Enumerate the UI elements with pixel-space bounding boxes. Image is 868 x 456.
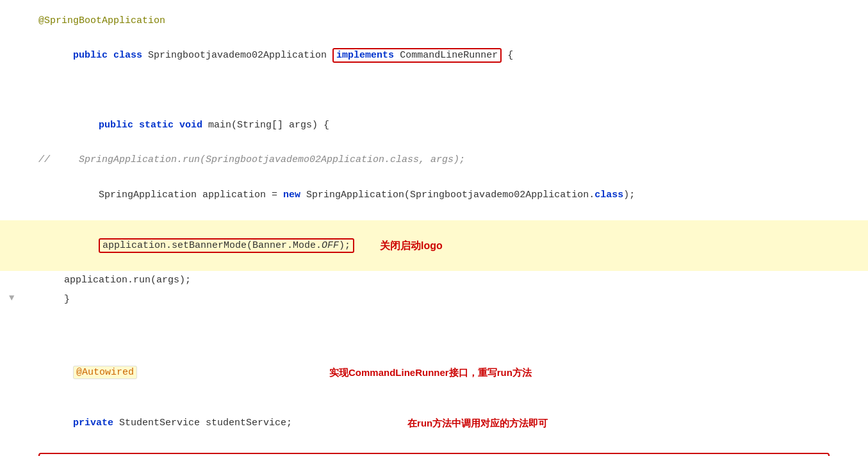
kw-class2: class (594, 190, 623, 200)
bigbox-run: //在这个方法里面调用StudentService对象的方法即可 @Overri… (38, 453, 830, 457)
classname: Springbootjavademo02Application (142, 50, 332, 61)
annotation-springboot: @SpringBootApplication (38, 13, 165, 29)
space1 (174, 120, 179, 131)
service-decl: StudentService studentService; (113, 418, 292, 428)
line-banner-content: application.setBannerMode(Banner.Mode.OF… (64, 220, 354, 271)
call-close: ); (623, 190, 635, 200)
fold-1: ▼ (9, 290, 14, 306)
line-apprun-content: application.run(args); (64, 272, 191, 289)
banner-box: application.setBannerMode(Banner.Mode.OF… (99, 238, 354, 253)
kw-class: class (113, 50, 142, 61)
line-1: @SpringBootApplication (0, 12, 868, 31)
annotation-commandline: 实现CommandLineRunner接口，重写run方法 (329, 364, 532, 381)
kw-public: public (73, 50, 113, 61)
studentservice-content: private StudentService studentService; (38, 398, 292, 449)
code-area: @SpringBootApplication public class Spri… (0, 0, 868, 456)
autowired-content: @Autowired (38, 348, 137, 398)
springapp-text: SpringApplication application = (99, 190, 283, 200)
line-autowired: @Autowired 实现CommandLineRunner接口，重写run方法 (0, 348, 868, 398)
line-2: public class Springbootjavademo02Applica… (0, 31, 868, 81)
line-main-content: public static void main(String[] args) { (64, 101, 329, 151)
off-text: OFF (322, 240, 339, 251)
springapp-call: SpringApplication(Springbootjavademo02Ap… (300, 190, 594, 200)
line-main: public static void main(String[] args) { (0, 101, 868, 151)
line-studentservice: private StudentService studentService; 在… (0, 398, 868, 449)
kw-public2: public (99, 120, 139, 131)
kw-private: private (73, 418, 113, 428)
kw-void: void (179, 120, 202, 131)
line-2-content: public class Springbootjavademo02Applica… (38, 31, 513, 81)
kw-static: static (139, 120, 174, 131)
comment-springapp: // SpringApplication.run(Springbootjavad… (38, 152, 465, 168)
autowired-badge: @Autowired (73, 366, 137, 379)
main-text: main(String[] args) { (202, 120, 329, 131)
line-newapp: SpringApplication application = new Spri… (0, 170, 868, 221)
kw-new: new (283, 190, 300, 200)
brace-open: { (502, 50, 513, 61)
line-blank-1 (0, 81, 868, 101)
line-comment: // SpringApplication.run(Springbootjavad… (0, 151, 868, 170)
line-newapp-content: SpringApplication application = new Spri… (64, 170, 635, 221)
annotation-run: 在run方法中调用对应的方法即可 (407, 415, 548, 432)
kw-implements: implements (336, 50, 394, 61)
annotation-banner: 关闭启动logo (380, 237, 443, 255)
line-close-main: } ▼ (0, 290, 868, 309)
implements-box: implements CommandLineRunner (332, 48, 502, 63)
brace-main: } (64, 291, 70, 308)
line-banner: application.setBannerMode(Banner.Mode.OF… (0, 220, 868, 271)
line-blank-2 (0, 309, 868, 329)
line-blank-3 (0, 329, 868, 348)
line-apprun: application.run(args); (0, 271, 868, 290)
